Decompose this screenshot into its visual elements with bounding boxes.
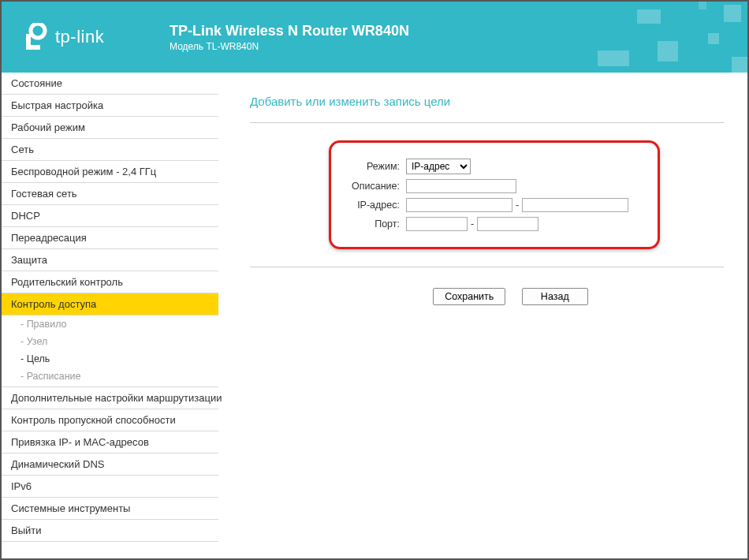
sidebar-subitem[interactable]: - Расписание [2, 368, 218, 387]
sidebar-item[interactable]: Быстрая настройка [2, 95, 218, 117]
port-from-input[interactable] [406, 217, 468, 231]
sidebar-item[interactable]: Сеть [2, 139, 218, 161]
save-button[interactable]: Сохранить [433, 288, 505, 305]
label-mode: Режим: [339, 161, 406, 172]
brand-text: tp-link [55, 27, 104, 47]
sidebar-item[interactable]: Беспроводной режим - 2,4 ГГц [2, 161, 218, 183]
label-ip: IP-адрес: [339, 200, 406, 211]
sidebar-item[interactable]: Дополнительные настройки маршрутизации [2, 387, 218, 409]
tp-link-logo-icon [24, 23, 47, 51]
row-port: Порт: - [339, 217, 642, 231]
page-title: Добавить или изменить запись цели [250, 95, 724, 108]
sidebar-subitem[interactable]: - Узел [2, 333, 218, 350]
brand-logo: tp-link [24, 23, 170, 51]
sidebar-item[interactable]: Переадресация [2, 227, 218, 249]
sidebar-item[interactable]: Родительский контроль [2, 271, 218, 293]
label-port: Порт: [339, 218, 406, 230]
row-ip: IP-адрес: - [339, 198, 642, 212]
sidebar-item[interactable]: Контроль пропускной способности [2, 409, 218, 431]
sidebar-item[interactable]: Состояние [2, 73, 218, 95]
svg-rect-2 [26, 45, 40, 50]
ip-from-input[interactable] [406, 198, 512, 212]
header-titles: TP-Link Wireless N Router WR840N Модель … [170, 23, 409, 52]
app-frame: tp-link TP-Link Wireless N Router WR840N… [0, 0, 749, 560]
port-to-input[interactable] [477, 217, 538, 231]
label-description: Описание: [339, 181, 406, 192]
sidebar-item[interactable]: Гостевая сеть [2, 183, 218, 205]
sidebar-item[interactable]: Системные инструменты [2, 498, 218, 520]
sidebar: СостояниеБыстрая настройкаРабочий режимС… [2, 73, 218, 558]
ip-to-input[interactable] [522, 198, 628, 212]
header: tp-link TP-Link Wireless N Router WR840N… [2, 2, 747, 73]
sidebar-subitem[interactable]: - Цель [2, 350, 218, 368]
sidebar-item[interactable]: IPv6 [2, 476, 218, 498]
form-highlight-box: Режим: IP-адрес Описание: IP-адрес: - [329, 140, 660, 249]
header-decoration [566, 2, 747, 73]
row-description: Описание: [339, 179, 642, 193]
sidebar-item[interactable]: Привязка IP- и MAC-адресов [2, 431, 218, 454]
product-title: TP-Link Wireless N Router WR840N [170, 23, 409, 39]
sidebar-item[interactable]: Рабочий режим [2, 117, 218, 139]
sidebar-subitem[interactable]: - Правило [2, 315, 218, 333]
divider-top [250, 122, 724, 123]
svg-point-0 [31, 24, 45, 38]
divider-bottom [250, 267, 724, 267]
sidebar-item[interactable]: Динамический DNS [2, 454, 218, 476]
mode-select[interactable]: IP-адрес [406, 159, 471, 174]
sidebar-item[interactable]: Защита [2, 249, 218, 271]
sidebar-item[interactable]: DHCP [2, 205, 218, 227]
button-row: Сохранить Назад [297, 288, 724, 305]
sidebar-list: СостояниеБыстрая настройкаРабочий режимС… [2, 73, 218, 542]
dash-icon: - [512, 200, 522, 211]
sidebar-item[interactable]: Контроль доступа [2, 293, 218, 315]
main-panel: Добавить или изменить запись цели Режим:… [218, 73, 747, 558]
product-subtitle: Модель TL-WR840N [170, 41, 409, 52]
dash-icon: - [468, 218, 477, 230]
sidebar-item[interactable]: Выйти [2, 520, 218, 542]
row-mode: Режим: IP-адрес [339, 159, 642, 174]
back-button[interactable]: Назад [522, 288, 588, 305]
description-input[interactable] [406, 179, 516, 193]
